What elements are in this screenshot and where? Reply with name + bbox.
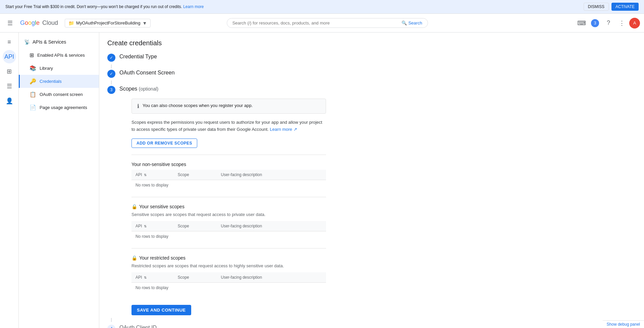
- restricted-no-rows: No rows to display: [131, 283, 326, 293]
- restricted-title: 🔒 Your restricted scopes: [131, 255, 326, 261]
- sidebar-title: 📡 APIs & Services: [19, 37, 99, 49]
- step-2: ✓ OAuth Consent Screen: [107, 68, 326, 78]
- header-actions: ⌨ 3 ? ⋮ A: [576, 17, 640, 29]
- step-3-label: Scopes (optional): [119, 85, 326, 93]
- restricted-table: API ⇅ Scope User-facing description: [131, 272, 326, 283]
- oauth-icon: 📋: [30, 91, 36, 98]
- library-icon: 📚: [30, 65, 36, 71]
- step-1: ✓ Credential Type: [107, 52, 326, 62]
- sidebar-item-enabled-apis[interactable]: ⊞ Enabled APIs & services: [19, 49, 99, 62]
- step-2-label: OAuth Consent Screen: [119, 68, 175, 77]
- sensitive-subtitle: Sensitive scopes are scopes that request…: [131, 212, 326, 217]
- restricted-subtitle: Restricted scopes are scopes that reques…: [131, 263, 326, 268]
- step-3-indicator: 3: [107, 86, 115, 94]
- folder-icon: 📁: [68, 20, 74, 26]
- main-content: Create credentials ✓ Credential Type ✓ O…: [99, 33, 644, 328]
- menu-icon[interactable]: ☰: [4, 17, 16, 29]
- col-scope-s: Scope: [174, 221, 217, 231]
- credentials-icon: 🔑: [30, 78, 36, 85]
- restricted-scopes-section: 🔒 Your restricted scopes Restricted scop…: [131, 255, 326, 293]
- step-2-connector: [111, 80, 112, 85]
- rail-grid[interactable]: ⊞: [3, 65, 16, 78]
- non-sensitive-title: Your non-sensitive scopes: [131, 162, 326, 167]
- col-user-facing-r: User-facing description: [217, 272, 326, 283]
- step-4-label: OAuth Client ID: [119, 323, 157, 328]
- dismiss-button[interactable]: DISMISS: [584, 3, 609, 11]
- header: ☰ Google Cloud 📁 MyOAuthProjectForStoreB…: [0, 14, 644, 33]
- api-label: API: [4, 53, 14, 60]
- step-1-indicator: ✓: [107, 54, 115, 62]
- sidebar: 📡 APIs & Services ⊞ Enabled APIs & servi…: [19, 33, 99, 328]
- notification-count: 3: [591, 19, 599, 27]
- page-title: Create credentials: [99, 33, 644, 52]
- project-selector[interactable]: 📁 MyOAuthProjectForStoreBuilding ▼: [65, 19, 151, 28]
- save-continue-button[interactable]: SAVE AND CONTINUE: [131, 305, 191, 315]
- sidebar-item-oauth-consent[interactable]: 📋 OAuth consent screen: [19, 88, 99, 101]
- non-sensitive-no-rows: No rows to display: [131, 180, 326, 190]
- google-cloud-logo: Google Cloud: [20, 19, 58, 26]
- sidebar-item-credentials[interactable]: 🔑 Credentials: [19, 75, 99, 88]
- learn-more-scopes-link[interactable]: Learn more ↗: [270, 127, 297, 132]
- app-body: ≡ API ⊞ ☰ 👤 📡 APIs & Services ⊞ Enabled …: [0, 33, 644, 328]
- more-options-icon[interactable]: ⋮: [616, 17, 628, 29]
- col-user-facing: User-facing description: [217, 170, 326, 180]
- step-2-indicator: ✓: [107, 70, 115, 78]
- page-usage-icon: 📄: [30, 104, 36, 111]
- step-4: 4 OAuth Client ID: [107, 323, 326, 328]
- add-scopes-button[interactable]: ADD OR REMOVE SCOPES: [131, 139, 197, 148]
- non-sensitive-scopes-section: Your non-sensitive scopes API ⇅: [131, 162, 326, 190]
- optional-label: (optional): [139, 86, 158, 92]
- scopes-description: Scopes express the permissions you reque…: [131, 119, 326, 133]
- left-rail: ≡ API ⊞ ☰ 👤: [0, 33, 19, 328]
- step-4-indicator: 4: [107, 325, 115, 328]
- col-api: API ⇅: [131, 170, 174, 180]
- non-sensitive-table: API ⇅ Scope User-facing description: [131, 170, 326, 180]
- terminal-icon[interactable]: ⌨: [576, 17, 588, 29]
- search-icon: 🔍: [401, 20, 407, 25]
- info-box: ℹ You can also choose scopes when you re…: [131, 99, 326, 114]
- sidebar-item-library[interactable]: 📚 Library: [19, 62, 99, 75]
- step-1-connector: [111, 64, 112, 68]
- sidebar-item-page-usage[interactable]: 📄 Page usage agreements: [19, 101, 99, 114]
- sensitive-no-rows: No rows to display: [131, 231, 326, 241]
- step-3-connector: [111, 318, 112, 322]
- sensitive-table: API ⇅ Scope User-facing description: [131, 221, 326, 231]
- help-icon[interactable]: ?: [602, 17, 614, 29]
- debug-panel[interactable]: Show debug panel: [603, 320, 644, 328]
- sort-api-restricted-icon[interactable]: ⇅: [144, 276, 147, 279]
- step-3: 3 Scopes (optional) ℹ You can also choos…: [107, 85, 326, 315]
- project-name: MyOAuthProjectForStoreBuilding: [76, 20, 140, 25]
- top-banner: Start your Free Trial with $300 in credi…: [0, 0, 644, 14]
- search-button[interactable]: 🔍 Search: [401, 20, 422, 25]
- lock-icon-sensitive: 🔒: [131, 204, 137, 209]
- step-1-label: Credential Type: [119, 52, 157, 61]
- wizard-container: ✓ Credential Type ✓ OAuth Consent Screen…: [99, 52, 334, 328]
- col-user-facing-s: User-facing description: [217, 221, 326, 231]
- info-icon: ℹ: [137, 103, 139, 109]
- chevron-down-icon: ▼: [143, 20, 147, 26]
- rail-home[interactable]: ≡: [3, 35, 16, 49]
- search-input[interactable]: [232, 20, 399, 25]
- sensitive-title: 🔒 Your sensitive scopes: [131, 204, 326, 209]
- rail-list[interactable]: ☰: [3, 79, 16, 93]
- api-services-icon: 📡: [24, 39, 30, 45]
- col-api-s: API ⇅: [131, 221, 174, 231]
- search-bar: 🔍 Search: [227, 18, 428, 28]
- sensitive-scopes-section: 🔒 Your sensitive scopes Sensitive scopes…: [131, 204, 326, 241]
- col-scope-r: Scope: [174, 272, 217, 283]
- rail-api[interactable]: API: [3, 50, 16, 63]
- rail-person[interactable]: 👤: [3, 94, 16, 108]
- col-api-r: API ⇅: [131, 272, 174, 283]
- scopes-section: ℹ You can also choose scopes when you re…: [131, 99, 326, 315]
- sort-api-sensitive-icon[interactable]: ⇅: [144, 224, 147, 228]
- sort-api-icon[interactable]: ⇅: [144, 173, 147, 177]
- learn-more-link[interactable]: Learn more: [183, 4, 204, 9]
- banner-text: Start your Free Trial with $300 in credi…: [5, 4, 204, 9]
- col-scope: Scope: [174, 170, 217, 180]
- avatar[interactable]: A: [629, 18, 640, 29]
- activate-button[interactable]: ACTIVATE: [611, 3, 639, 11]
- notification-bell[interactable]: 3: [589, 17, 601, 29]
- lock-icon-restricted: 🔒: [131, 255, 137, 261]
- enabled-apis-icon: ⊞: [30, 52, 34, 58]
